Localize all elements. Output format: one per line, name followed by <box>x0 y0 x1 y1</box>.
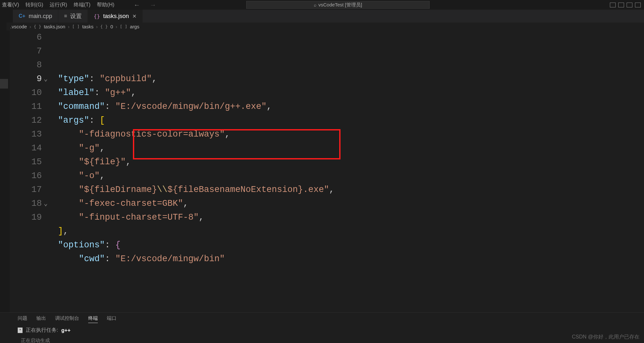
code-line[interactable]: "cwd": "E:/vscode/mingw/bin" <box>58 252 644 266</box>
panel-tab[interactable]: 调试控制台 <box>55 315 79 323</box>
code-line[interactable]: "label": "g++", <box>58 86 644 100</box>
breadcrumb-icon: { } <box>34 24 41 29</box>
menu-item[interactable]: 运行(R) <box>50 2 67 8</box>
line-number: 15 <box>10 155 42 169</box>
panel-tab[interactable]: 输出 <box>36 315 46 323</box>
editor-tab[interactable]: ≡设置 <box>58 10 88 23</box>
breadcrumb-item[interactable]: .vscode <box>10 24 27 29</box>
code-line[interactable]: "${fileDirname}\\${fileBasenameNoExtensi… <box>58 183 644 197</box>
panel-tab[interactable]: 终端 <box>88 315 98 323</box>
line-number: 14 <box>10 141 42 155</box>
activity-stub <box>0 23 6 31</box>
editor-tabs: C+main.cpp≡设置{}tasks.json✕ <box>0 10 644 23</box>
menu-item[interactable]: 转到(G) <box>25 2 43 8</box>
activity-selection <box>0 79 8 89</box>
watermark: CSDN @你好，此用户已存在 <box>572 334 639 340</box>
tab-label: 设置 <box>70 12 82 20</box>
line-number: 19 <box>10 211 42 224</box>
search-text: vsCodeTest [管理员] <box>318 2 362 8</box>
nav-forward-icon[interactable]: → <box>150 1 156 9</box>
code-line[interactable]: "type": "cppbuild", <box>58 72 644 86</box>
layout-icon[interactable] <box>618 3 624 7</box>
panel-tab[interactable]: 问题 <box>18 315 27 323</box>
layout-controls[interactable] <box>610 3 641 7</box>
line-number: 13 <box>10 128 42 141</box>
line-number: 9 ⌄ <box>10 72 42 86</box>
breadcrumb[interactable]: .vscode›{ }tasks.json›[ ]tasks›{ }0›[ ]a… <box>6 23 143 31</box>
line-number: 11 <box>10 100 42 114</box>
line-number: 8 <box>10 58 42 72</box>
tab-label: main.cpp <box>29 13 52 20</box>
line-number: 17 <box>10 183 42 197</box>
file-icon: {} <box>94 13 100 19</box>
line-number: 16 <box>10 169 42 183</box>
breadcrumb-item[interactable]: 0 <box>110 24 113 29</box>
chevron-right-icon: › <box>68 24 70 29</box>
code-line[interactable]: "command": "E:/vscode/mingw/bin/g++.exe"… <box>58 100 644 114</box>
search-icon: ⌕ <box>314 2 316 7</box>
menu-item[interactable]: 帮助(H) <box>97 2 114 8</box>
code-line[interactable]: "${file}", <box>58 155 644 169</box>
code-line[interactable]: "-g", <box>58 141 644 155</box>
code-line[interactable]: ], <box>58 224 644 238</box>
build-status: 正在启动生成 <box>0 338 644 343</box>
tab-label: tasks.json <box>103 13 129 20</box>
close-icon[interactable]: ✕ <box>132 13 136 19</box>
breadcrumb-icon: [ ] <box>72 24 79 29</box>
chevron-right-icon: › <box>116 24 117 29</box>
code-line[interactable]: "-o", <box>58 169 644 183</box>
code-content[interactable]: "type": "cppbuild","label": "g++","comma… <box>58 31 644 312</box>
breadcrumb-icon: [ ] <box>120 24 127 29</box>
panel-tabs: 问题输出调试控制台终端端口 <box>0 313 644 323</box>
breadcrumb-icon: { } <box>100 24 107 29</box>
layout-icon[interactable] <box>610 3 616 7</box>
panel-tab[interactable]: 端口 <box>107 315 117 323</box>
code-line[interactable]: "-fexec-charset=GBK", <box>58 197 644 211</box>
editor-tab[interactable]: {}tasks.json✕ <box>88 10 142 23</box>
line-gutter: 6789 ⌄101112131415161718 ⌄19 <box>10 31 58 312</box>
line-number: 18 ⌄ <box>10 197 42 211</box>
breadcrumb-item[interactable]: tasks <box>82 24 93 29</box>
editor-tab[interactable]: C+main.cpp <box>13 10 58 23</box>
code-line[interactable]: "-fdiagnostics-color=always", <box>58 128 644 141</box>
task-badge: * <box>18 328 23 333</box>
activity-stub <box>0 10 13 23</box>
layout-icon[interactable] <box>627 3 632 7</box>
chevron-right-icon: › <box>96 24 98 29</box>
file-icon: ≡ <box>64 13 67 19</box>
task-name: g++ <box>61 328 70 333</box>
line-number: 12 <box>10 114 42 128</box>
menu-item[interactable]: 终端(T) <box>74 2 90 8</box>
nav-back-icon[interactable]: ← <box>134 1 140 9</box>
file-icon: C+ <box>19 13 25 19</box>
line-number: 7 <box>10 44 42 58</box>
code-line[interactable]: "args": [ <box>58 114 644 128</box>
code-line[interactable]: "-finput-charset=UTF-8", <box>58 211 644 224</box>
line-number: 10 <box>10 86 42 100</box>
task-label: 正在执行任务: <box>26 327 58 334</box>
menu-item[interactable]: 查看(V) <box>2 2 19 8</box>
layout-icon[interactable] <box>635 3 641 7</box>
bottom-panel: 问题输出调试控制台终端端口 * 正在执行任务: g++ 正在启动生成 <box>0 312 644 343</box>
line-number: 6 <box>10 31 42 44</box>
chevron-right-icon: › <box>30 24 31 29</box>
code-editor[interactable]: 6789 ⌄101112131415161718 ⌄19 "type": "cp… <box>10 31 644 312</box>
command-search[interactable]: ⌕ vsCodeTest [管理员] <box>246 1 430 9</box>
activity-stub <box>0 31 10 312</box>
breadcrumb-item[interactable]: args <box>130 24 139 29</box>
menu-bar: 查看(V)转到(G)运行(R)终端(T)帮助(H) ← → ⌕ vsCodeTe… <box>0 0 644 10</box>
breadcrumb-item[interactable]: tasks.json <box>44 24 65 29</box>
code-line[interactable]: "options": { <box>58 238 644 252</box>
